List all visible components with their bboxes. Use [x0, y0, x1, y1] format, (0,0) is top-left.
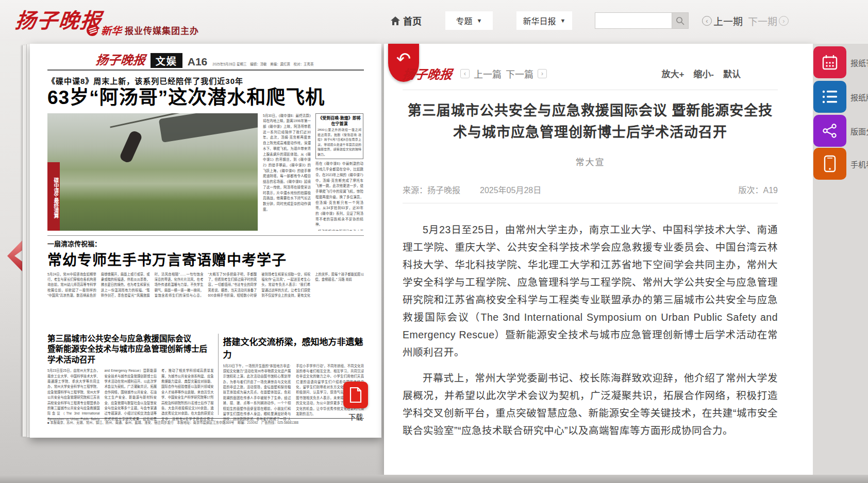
prev-article-icon[interactable]: ‹ — [460, 69, 470, 78]
boxed-item-text: 2800公里之外的敦煌一夜之间抵达南京。舞剧《受到召唤·敦煌》将于6月7日和8日… — [318, 128, 361, 158]
article-meta: 来源：扬子晚报 2025年05月28日 版次：A19 — [403, 183, 778, 196]
article-author: 常大宣 — [403, 155, 778, 168]
rail-label-share[interactable]: 版面分享 — [850, 126, 868, 136]
paragraph: 开幕式上，常州大学党委副书记、校长陈海群致欢迎辞，他介绍了常州大学发展概况，并希… — [403, 369, 778, 439]
prev-issue-label: 上一期 — [713, 14, 743, 28]
rail-item-pages: 报纸版面 — [813, 81, 868, 113]
sponsor-text: 报业传媒集团主办 — [125, 24, 199, 37]
list-icon — [822, 89, 838, 105]
search-button[interactable] — [672, 12, 689, 29]
prev-article-button[interactable]: 上一篇 — [474, 67, 502, 80]
reader-toolbar: 扬子晚报 ‹ 上一篇 下一篇 › 放大+ 缩小- 默认 — [403, 64, 778, 82]
next-issue-button[interactable]: 下一期 › — [748, 14, 789, 28]
article-body: 5月23日至25日，由常州大学主办，南京工业大学、中国科学技术大学、南通理工学院… — [403, 221, 778, 439]
newspaper-logo: 扬子晚报 — [95, 50, 146, 68]
download-label[interactable]: 下载 — [341, 411, 370, 422]
source-label: 来源：扬子晚报 — [403, 183, 460, 196]
article1-headline: 63岁“阿汤哥”这次潜水和爬飞机 — [47, 87, 364, 109]
paper-select-dropdown[interactable]: 新华日报 ▼ — [516, 11, 572, 30]
boxed-item-title: 《受到召唤·敦煌》即将在宁首演 — [318, 115, 361, 127]
article3: 第三届城市公共安全与应急救援国际会议 暨新能源安全技术与城市应急管理创新博士后学… — [47, 334, 219, 415]
boxed-item: 《受到召唤·敦煌》即将在宁首演 2800公里之外的敦煌一夜之间抵达南京。舞剧《受… — [315, 113, 363, 160]
zoom-out-button[interactable]: 缩小- — [693, 67, 714, 80]
article4-headline: 搭建文化交流桥梁，感知地方非遗魅力 — [223, 335, 364, 360]
issue-navigation: ‹ 上一期 下一期 › — [702, 14, 789, 28]
bottom-shadow-band — [0, 475, 868, 483]
plane-shape — [159, 113, 258, 143]
circle-next-icon: › — [779, 16, 789, 26]
home-icon — [391, 16, 400, 25]
xinhua-group-logo-icon — [87, 25, 98, 36]
app-stage: 扬子晚报 新华 报业传媒集团主办 首页 专题 ▼ 新华日报 ▼ — [0, 0, 868, 483]
next-article-button[interactable]: 下一篇 — [506, 67, 533, 80]
divider — [403, 90, 778, 90]
bottom-articles: 第三届城市公共安全与应急救援国际会议 暨新能源安全技术与城市应急管理创新博士后学… — [47, 334, 364, 415]
topics-label: 专题 — [456, 14, 473, 27]
article2-headline: 常幼专师生手书万言寄语赠中考学子 — [47, 249, 364, 269]
article1-kicker: 《碟中谍8》周末上新，该系列已经陪伴了我们近30年 — [47, 75, 364, 86]
sponsor-script: 新华 — [101, 23, 122, 38]
page-label: 版次：A19 — [739, 183, 778, 196]
prev-issue-button[interactable]: ‹ 上一期 — [702, 14, 743, 28]
search-input[interactable] — [595, 12, 672, 29]
circle-prev-icon: ‹ — [702, 16, 712, 26]
reader-content: 扬子晚报 ‹ 上一篇 下一篇 › 放大+ 缩小- 默认 第三届城市公共安全与应急… — [384, 44, 813, 439]
next-article-icon[interactable]: › — [538, 69, 547, 78]
newspaper-masthead: 扬子晚报 文娱 A16 2025年5月28日 星期三 编辑：汤敏 美编：龚红蕙 … — [47, 50, 364, 71]
nav-home[interactable]: 首页 — [391, 14, 422, 27]
masthead-dateline: 2025年5月28日 星期三 编辑：汤敏 美编：龚红蕙 校对：王秀英 — [212, 62, 315, 68]
next-issue-label: 下一期 — [748, 14, 777, 28]
zoom-default-button[interactable]: 默认 — [723, 67, 741, 80]
page-list-button[interactable] — [813, 81, 846, 113]
reader-logo: 扬子晚报 — [402, 64, 453, 82]
article2-text: 5月24日，常州中招咨询会如期举行，考生与家长们穿梭在各机构咨询台前，常州幼儿师… — [47, 272, 364, 330]
sponsor-line: 新华 报业传媒集团主办 — [87, 23, 199, 38]
mobile-button[interactable] — [813, 148, 846, 180]
section-badge: 文娱 — [151, 53, 182, 68]
rail-item-mobile: 手机看报 — [813, 148, 868, 180]
article-navigation: ‹ 上一篇 下一篇 › — [460, 67, 547, 80]
search-icon — [676, 16, 685, 25]
zoom-in-button[interactable]: 放大+ — [661, 67, 684, 80]
share-icon — [822, 123, 838, 139]
chevron-down-icon: ▼ — [560, 18, 566, 24]
article1-col2: 《受到召唤·敦煌》即将在宁首演 2800公里之外的敦煌一夜之间抵达南京。舞剧《受… — [315, 113, 363, 231]
article2: 一扇清凉传祝福： 常幼专师生手书万言寄语赠中考学子 5月24日，常州中招咨询会如… — [47, 235, 364, 330]
article3-headline-line1: 第三届城市公共安全与应急救援国际会议 — [47, 334, 214, 344]
rail-label-pages[interactable]: 报纸版面 — [850, 92, 868, 102]
newspaper-page[interactable]: 扬子晚报 文娱 A16 2025年5月28日 星期三 编辑：汤敏 美编：龚红蕙 … — [30, 44, 381, 438]
phone-icon — [824, 155, 836, 173]
rail-item-share: 版面分享 — [813, 115, 868, 147]
pdf-download: 下载 — [341, 382, 370, 422]
article3-headline: 第三届城市公共安全与应急救援国际会议 暨新能源安全技术与城市应急管理创新博士后学… — [47, 334, 214, 366]
search-area — [595, 12, 689, 29]
rail-label-mobile[interactable]: 手机看报 — [850, 159, 868, 169]
calendar-button[interactable] — [813, 46, 846, 78]
page-stack-edge — [22, 45, 26, 437]
publish-date: 2025年05月28日 — [480, 183, 541, 196]
rail-item-issues: 报纸刊期 — [813, 46, 868, 78]
article1-col2-text: 而在《碟中谍8》中最刺激的动作戏几乎全都是在空中，比如跳伞。在2023年上映的《… — [315, 162, 363, 226]
article3-text: 5月23日至25日，由常州大学主办，南京工业大学、中国科学技术大学、南通理工学院… — [47, 368, 214, 426]
text-zoom-controls: 放大+ 缩小- 默认 — [661, 67, 741, 80]
article-title: 第三届城市公共安全与应急救援国际会议 暨新能源安全技术与城市应急管理创新博士后学… — [403, 100, 778, 144]
article1-col1: 5月30日，《碟中谍8：最终清算》将在内地上映，距离1996年第一部《碟中谍》上… — [263, 113, 311, 231]
page-number: A16 — [188, 56, 208, 68]
article1-body: 碟中谍8·最终清算 5月30日，《碟中谍8：最终清算》将在内地上映，距离1996… — [47, 113, 364, 231]
topics-dropdown[interactable]: 专题 ▼ — [445, 11, 493, 30]
article-reader-panel: ↶ 扬子晚报 ‹ 上一篇 下一篇 › 放大+ 缩小- 默认 第三届城市公共安全与… — [384, 44, 813, 475]
nav-home-label: 首页 — [403, 14, 422, 27]
paper-select-label: 新华日报 — [523, 14, 556, 27]
article3-headline-line2: 暨新能源安全技术与城市应急管理创新博士后学术活动召开 — [47, 344, 214, 366]
rail-label-issues[interactable]: 报纸刊期 — [850, 57, 868, 68]
pdf-download-button[interactable] — [343, 382, 368, 408]
calendar-icon — [822, 54, 838, 71]
share-button[interactable] — [813, 115, 846, 147]
chevron-down-icon: ▼ — [477, 18, 482, 24]
top-navigation: 首页 专题 ▼ 新华日报 ▼ ‹ — [391, 11, 789, 30]
stuntman-figure — [119, 129, 143, 163]
pdf-file-icon — [349, 387, 362, 403]
article1-columns: 5月30日，《碟中谍8：最终清算》将在内地上映，距离1996年第一部《碟中谍》上… — [263, 113, 364, 231]
article1-byline: 扬子晚报/紫牛新闻记者 孔小平 — [315, 229, 363, 230]
paragraph: 5月23日至25日，由常州大学主办，南京工业大学、中国科学技术大学、南通理工学院… — [403, 221, 778, 361]
